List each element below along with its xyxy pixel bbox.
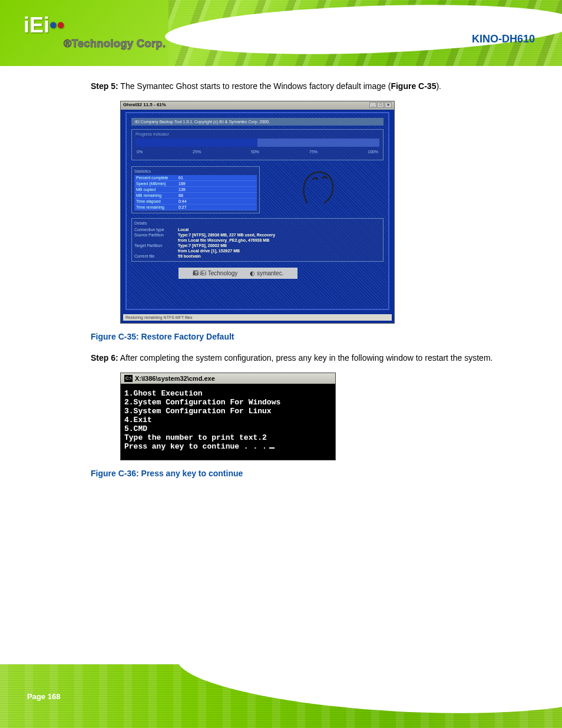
logo-dot-blue: • bbox=[49, 13, 57, 37]
step-5-label: Step 5: bbox=[91, 81, 118, 91]
tick-0: 0% bbox=[137, 150, 143, 154]
symantec-swirl-icon: ◐ bbox=[250, 270, 255, 276]
stat-percent-complete: Percent complete61 bbox=[134, 175, 257, 181]
logo-dot-red: • bbox=[57, 13, 65, 37]
tick-75: 75% bbox=[309, 150, 318, 154]
cmd-title: X:\I386\system32\cmd.exe bbox=[135, 375, 215, 382]
ghost-logo-area bbox=[266, 166, 384, 213]
banner-swoosh bbox=[164, 0, 562, 60]
window-control-buttons: _ □ × bbox=[369, 102, 392, 109]
cmd-body: 1.Ghost Execution 2.System Configuration… bbox=[121, 384, 335, 460]
detail-current-file: Current file59 bootvain bbox=[134, 253, 381, 259]
statistics-rows: Percent complete61 Speed (MB/min)189 MB … bbox=[134, 175, 257, 210]
ghost-inner-panel: iEi Company Backup Tool 1.0.1. Copyright… bbox=[125, 112, 389, 310]
detail-source-partition: Source PartitionType:7 [NTFS], 28936 MB,… bbox=[134, 232, 381, 238]
progress-fill bbox=[135, 139, 257, 147]
cmd-line-6: Type the number to print text.2 bbox=[124, 433, 267, 442]
iei-technology-label: iEi Technology bbox=[200, 270, 237, 276]
step-5-line: Step 5: The Symantec Ghost starts to res… bbox=[91, 80, 515, 93]
symantec-label: symantec. bbox=[257, 270, 284, 276]
ghost-window-title: Ghost32 11.5 - 61% bbox=[123, 102, 166, 109]
minimize-icon: _ bbox=[369, 102, 376, 108]
ghost-header: iEi Company Backup Tool 1.0.1. Copyright… bbox=[131, 118, 384, 126]
mid-row: Statistics Percent complete61 Speed (MB/… bbox=[131, 166, 384, 213]
cmd-line-3: 3.System Configuration For Linux bbox=[124, 407, 272, 416]
cmd-line-5: 5.CMD bbox=[124, 424, 147, 433]
page-content: Step 5: The Symantec Ghost starts to res… bbox=[91, 77, 515, 489]
progress-box: Progress Indicator 0% 25% 50% 75% 100% bbox=[131, 129, 384, 160]
stat-mb-remaining: MB remaining88 bbox=[134, 193, 257, 199]
ghost-window-titlebar: Ghost32 11.5 - 61% _ □ × bbox=[121, 101, 394, 110]
iei-small-logo: iEi bbox=[193, 270, 198, 276]
brand-logo: iEi•• bbox=[24, 13, 64, 38]
bottom-banner bbox=[0, 664, 562, 728]
step-6-text: After completing the system configuratio… bbox=[120, 353, 493, 363]
cmd-line-2: 2.System Configuration For Windows bbox=[124, 398, 280, 407]
details-title: Details bbox=[134, 221, 381, 225]
stat-speed: Speed (MB/min)189 bbox=[134, 181, 257, 187]
cmd-cursor bbox=[269, 447, 275, 449]
bottom-swoosh bbox=[175, 664, 562, 723]
statistics-box: Statistics Percent complete61 Speed (MB/… bbox=[131, 166, 260, 213]
maximize-icon: □ bbox=[377, 102, 384, 108]
stat-time-elapsed: Time elapsed0:44 bbox=[134, 199, 257, 205]
figure-c35-caption: Figure C-35: Restore Factory Default bbox=[91, 332, 515, 341]
stat-mb-copied: MB copied139 bbox=[134, 187, 257, 193]
ghost-statusbar: Restoring remaining NTFS MFT files bbox=[123, 314, 392, 321]
detail-target-partition-2: from Local drive [1], 152627 MB bbox=[134, 248, 381, 253]
stat-time-remaining: Time remaining0:27 bbox=[134, 205, 257, 210]
step-6-line: Step 6: After completing the system conf… bbox=[91, 352, 515, 364]
statistics-title: Statistics bbox=[134, 169, 257, 173]
brand-logo-text: iEi bbox=[24, 13, 49, 37]
cmd-line-7: Press any key to continue . . . bbox=[124, 442, 267, 451]
progress-label: Progress Indicator bbox=[135, 132, 379, 136]
figure-c36-screenshot: C:\ X:\I386\system32\cmd.exe 1.Ghost Exe… bbox=[120, 373, 336, 460]
figure-c35-screenshot: Ghost32 11.5 - 61% _ □ × iEi Company Bac… bbox=[120, 101, 395, 324]
figure-c36-caption: Figure C-36: Press any key to continue bbox=[91, 469, 515, 478]
details-box: Details Connection typeLocal Source Part… bbox=[131, 218, 384, 262]
close-icon: × bbox=[385, 102, 392, 108]
cmd-line-4: 4.Exit bbox=[124, 416, 152, 424]
tick-25: 25% bbox=[193, 150, 201, 154]
cmd-line-1: 1.Ghost Execution bbox=[124, 389, 203, 398]
tick-100: 100% bbox=[368, 150, 378, 154]
tick-50: 50% bbox=[251, 150, 259, 154]
detail-connection-type: Connection typeLocal bbox=[134, 227, 381, 232]
step-6-label: Step 6: bbox=[91, 353, 118, 363]
brand-subtitle: ®Technology Corp. bbox=[64, 38, 166, 50]
page-number: Page 168 bbox=[27, 692, 60, 701]
progress-bar bbox=[135, 139, 379, 147]
cmd-titlebar: C:\ X:\I386\system32\cmd.exe bbox=[121, 373, 335, 384]
detail-target-partition: Target PartitionType:7 [NTFS], 20002 MB bbox=[134, 243, 381, 248]
cmd-icon: C:\ bbox=[124, 375, 133, 382]
progress-ticks: 0% 25% 50% 75% 100% bbox=[135, 150, 379, 154]
board-title: KINO-DH610 bbox=[472, 33, 535, 45]
detail-source-partition-2: from Local file \Recovery_PE2.gho, 47693… bbox=[134, 238, 381, 243]
step-5-text: The Symantec Ghost starts to restore the… bbox=[120, 81, 441, 91]
ghost-icon bbox=[295, 167, 342, 209]
ghost-footer-logos: iEi iEi Technology ◐ symantec. bbox=[178, 268, 297, 279]
